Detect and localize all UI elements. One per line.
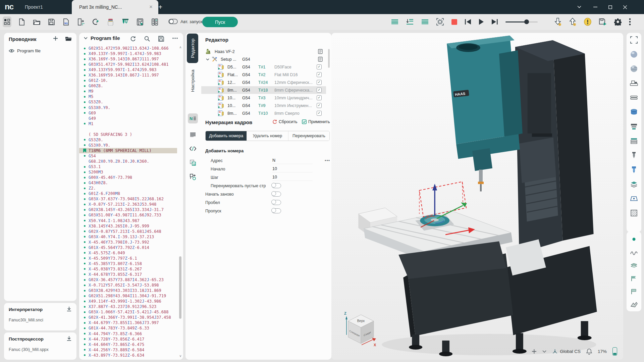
gcode-line[interactable]: G69	[79, 110, 177, 116]
zoom-level-value[interactable]: 17%	[598, 349, 607, 354]
gcode-line[interactable]: X49.133Y-59.997I-1.474J-59.983	[79, 51, 177, 56]
postprocessor-load-icon[interactable]	[66, 336, 72, 341]
probe-icon[interactable]	[91, 16, 100, 27]
toolpath-view-icon[interactable]	[630, 137, 638, 145]
gcode-line[interactable]: ( 5D SURFACING 3 )	[79, 132, 177, 137]
gcode-line[interactable]: G01Z-6.F200M8	[79, 191, 177, 196]
gcode-line[interactable]: G53X0.Y0.	[79, 105, 177, 110]
tool-operation-row[interactable]: G8m...G54T#188mm Сферическа...✓	[201, 86, 326, 94]
flag-display-icon[interactable]	[630, 274, 638, 283]
gcode-line[interactable]: G02X51.472Y59.982I13.634J-108.666	[79, 46, 177, 51]
field-toggle[interactable]	[272, 200, 281, 205]
gcode-line[interactable]: G00X-45.46Y-73.798	[79, 175, 177, 180]
tab-add-numbers[interactable]: Добавить номера	[206, 131, 247, 141]
reload-icon[interactable]	[130, 36, 136, 42]
save-icon[interactable]	[47, 16, 56, 27]
tool-enabled-checkbox[interactable]: ✓	[317, 88, 322, 93]
step-forward-button[interactable]	[492, 19, 498, 24]
field-toggle[interactable]	[272, 192, 281, 197]
program-structure-icon[interactable]	[150, 16, 159, 27]
gcode-line[interactable]: X-45.575Z-6.049	[79, 250, 177, 256]
gcode-line[interactable]: X49.133Y59.997I-1.474J59.983	[79, 67, 177, 72]
tool-enabled-checkbox[interactable]: ✓	[317, 64, 322, 69]
scroll-up-icon[interactable]: ˄	[178, 46, 182, 50]
play-button[interactable]	[479, 19, 484, 25]
tool-operation-row[interactable]: GFlat...G54T#2Flat Mill D16✓	[201, 71, 326, 79]
chevron-down-icon[interactable]	[206, 58, 209, 60]
selection-settings-icon[interactable]	[436, 18, 444, 25]
tool-enabled-checkbox[interactable]: ✓	[317, 95, 322, 100]
tab-close-icon[interactable]: ✕	[148, 4, 154, 10]
gcode-line[interactable]: G00Z8.	[79, 83, 177, 89]
machine-view-icon[interactable]	[630, 79, 638, 88]
gcode-line[interactable]: G54	[79, 153, 177, 159]
gcode-line[interactable]: G03X-37.637Y-73.948I5.22J68.162	[79, 196, 177, 202]
tab-project1[interactable]: Проект1	[20, 0, 75, 14]
gcode-line[interactable]: G01Z-10.	[79, 78, 177, 83]
shaded-sphere-icon[interactable]	[630, 50, 638, 59]
folded-sheet-icon[interactable]	[630, 300, 638, 309]
gcode-line[interactable]: G43H0Z8.	[79, 180, 177, 186]
apps-grid-icon[interactable]	[3, 16, 11, 27]
tab-editor[interactable]: Редактор	[187, 34, 198, 63]
new-file-icon[interactable]	[17, 16, 26, 27]
tab-remove-numbers[interactable]: Удалить номер	[247, 131, 288, 141]
window-menu-chevron-icon[interactable]	[574, 3, 584, 11]
gcode-line[interactable]	[79, 126, 177, 132]
calculator-icon[interactable]	[136, 16, 144, 27]
settings-gear-icon[interactable]	[614, 18, 622, 25]
gcode-line[interactable]: G01X-44.783Y-73.849Z-6.33	[79, 325, 177, 331]
add-file-icon[interactable]	[53, 36, 58, 41]
code-tool-icon[interactable]	[188, 144, 198, 154]
tool-operation-row[interactable]: G8m...G54T#108mm Сверло✓	[201, 109, 326, 117]
gcode-line[interactable]: G68.2X0.Y0.Z0.I0.J0.K360.	[79, 159, 177, 164]
program-scrollbar[interactable]: ˄ ˅	[178, 46, 182, 358]
gcode-line[interactable]: X-44.679Y-73.855I1.366J73.997	[79, 320, 177, 325]
surface-sheets-icon[interactable]	[630, 261, 638, 270]
view-options-chevron-icon[interactable]	[542, 350, 546, 353]
viewport-3d[interactable]: HAAS	[331, 33, 623, 360]
gcode-line[interactable]: X38.145Y43.265I0.J-95.999	[79, 223, 177, 229]
gcode-line[interactable]: M9	[79, 89, 177, 94]
field-more-button[interactable]: •••	[325, 158, 330, 163]
open-folder-icon[interactable]	[32, 16, 41, 27]
gcode-line[interactable]: X-45.46Y73.798I0.J-73.992	[79, 240, 177, 245]
open-folder-icon[interactable]	[65, 36, 72, 41]
tree-setup-row[interactable]: Setup ... G54	[201, 55, 326, 63]
save-program-icon[interactable]	[158, 36, 164, 42]
gcode-line[interactable]: T18M6 (8MM SPHERICAL MILL)	[79, 148, 177, 153]
view-cube[interactable]: Верх Спереди Сзади Z X	[344, 311, 378, 348]
stock-view-icon[interactable]	[630, 93, 638, 102]
save-and-run-icon[interactable]	[599, 18, 607, 25]
field-value-input[interactable]: N	[272, 157, 313, 164]
tree-machine-row[interactable]: Haas VF-2	[201, 48, 326, 55]
transform-tool-icon[interactable]	[188, 172, 198, 182]
tool-operation-row[interactable]: G10...G54T#310mm Цилиндрич...✓	[201, 94, 326, 102]
tab-active-document[interactable]: Part 3x milling_NC... ✕	[72, 0, 158, 14]
gcode-line[interactable]: S200M3	[79, 169, 177, 175]
gcode-line[interactable]: G01X-45.564Y73.792Z-6.014	[79, 245, 177, 250]
gcode-line[interactable]: G53Z0.	[79, 137, 177, 143]
gcode-line[interactable]: G53X0.Y0.	[79, 143, 177, 148]
tool-enabled-checkbox[interactable]: ✓	[317, 72, 322, 77]
tool-view-icon[interactable]	[630, 151, 638, 160]
gcode-line[interactable]: G02X51.298Y43.984I11.304J-91.719	[79, 293, 177, 299]
tool-operation-row[interactable]: G10...G54T#910mm Инструмен...✓	[201, 102, 326, 109]
workpiece-view-icon[interactable]	[630, 108, 638, 116]
gcode-line[interactable]: G02X-0.87Y57.213I-5.681J45.648	[79, 229, 177, 234]
flag-display-alt-icon[interactable]	[630, 287, 638, 296]
tool-operation-row[interactable]: GD5...G54T#1D50Face✓	[201, 63, 326, 71]
run-button[interactable]: Пуск	[202, 17, 238, 27]
tab-renumber[interactable]: Перенумеровать	[288, 131, 329, 141]
numbering-reset-button[interactable]: Сбросить	[272, 119, 298, 124]
scrollbar-thumb[interactable]	[179, 256, 181, 319]
tool-holder-view-icon[interactable]	[630, 165, 638, 174]
gcode-line[interactable]: G02X-36.457Y73.887I4.362J-65.23	[79, 277, 177, 282]
tab-settings[interactable]: Настройка	[187, 66, 198, 96]
gcode-line[interactable]: X36.169Y59.143I0.867J-111.997	[79, 72, 177, 78]
interpreter-file[interactable]: Fanuc30i_Mill.snci	[9, 318, 43, 322]
sectioned-sphere-icon[interactable]	[630, 64, 638, 73]
fit-view-icon[interactable]	[630, 36, 638, 44]
gcode-line[interactable]: X-44.678Y73.855Z-6.317	[79, 272, 177, 277]
collapse-chevron-icon[interactable]	[84, 37, 88, 39]
